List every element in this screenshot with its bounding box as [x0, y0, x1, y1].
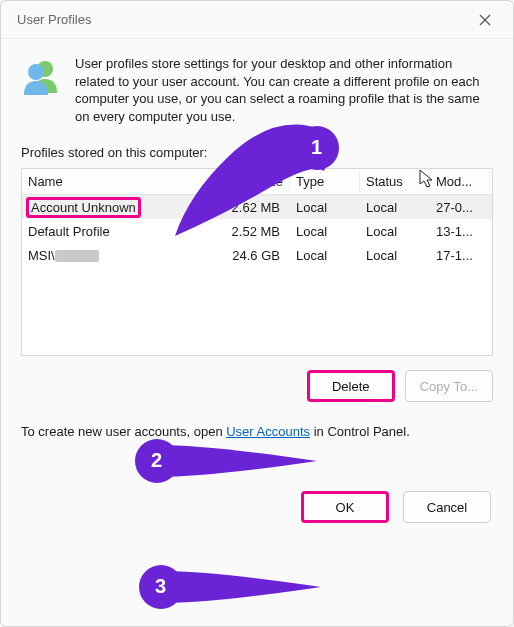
profile-size: 2.52 MB — [220, 221, 290, 242]
table-row[interactable]: Account Unknown 2.62 MB Local Local 27-0… — [22, 195, 492, 219]
profile-modified: 27-0... — [430, 197, 490, 218]
profile-modified: 17-1... — [430, 245, 490, 266]
col-header-modified[interactable]: Mod... — [430, 171, 490, 192]
svg-point-3 — [28, 64, 44, 80]
cancel-button[interactable]: Cancel — [403, 491, 491, 523]
profile-name-highlighted: Account Unknown — [26, 197, 141, 218]
table-row[interactable]: MSI\ 24.6 GB Local Local 17-1... — [22, 243, 492, 267]
mouse-cursor-icon — [419, 169, 437, 191]
profile-status: Local — [360, 197, 430, 218]
delete-button[interactable]: Delete — [307, 370, 395, 402]
users-icon — [21, 55, 61, 125]
intro-text: User profiles store settings for your de… — [75, 55, 493, 125]
redacted-username — [55, 250, 99, 262]
hint-text: To create new user accounts, open User A… — [21, 424, 493, 439]
ok-button[interactable]: OK — [301, 491, 389, 523]
profile-status: Local — [360, 245, 430, 266]
svg-point-6 — [139, 565, 183, 609]
close-button[interactable] — [465, 5, 505, 35]
profile-size: 2.62 MB — [220, 197, 290, 218]
intro-block: User profiles store settings for your de… — [21, 55, 493, 125]
table-row[interactable]: Default Profile 2.52 MB Local Local 13-1… — [22, 219, 492, 243]
profiles-section-label: Profiles stored on this computer: — [21, 145, 493, 160]
user-accounts-link[interactable]: User Accounts — [226, 424, 310, 439]
profile-name: MSI\ — [22, 245, 220, 266]
col-header-type[interactable]: Type — [290, 171, 360, 192]
profiles-table[interactable]: Name Size Type Status Mod... Account Unk… — [21, 168, 493, 356]
profile-name: Default Profile — [22, 221, 220, 242]
annotation-3: 3 — [133, 559, 323, 615]
copy-to-button: Copy To... — [405, 370, 493, 402]
dialog-title: User Profiles — [17, 12, 91, 27]
titlebar: User Profiles — [1, 1, 513, 39]
profile-type: Local — [290, 197, 360, 218]
profile-type: Local — [290, 245, 360, 266]
col-header-size[interactable]: Size — [220, 171, 290, 192]
col-header-name[interactable]: Name — [22, 171, 220, 192]
profile-status: Local — [360, 221, 430, 242]
user-profiles-dialog: User Profiles User profiles store settin… — [0, 0, 514, 627]
profile-type: Local — [290, 221, 360, 242]
profile-size: 24.6 GB — [220, 245, 290, 266]
close-icon — [479, 14, 491, 26]
profile-modified: 13-1... — [430, 221, 490, 242]
